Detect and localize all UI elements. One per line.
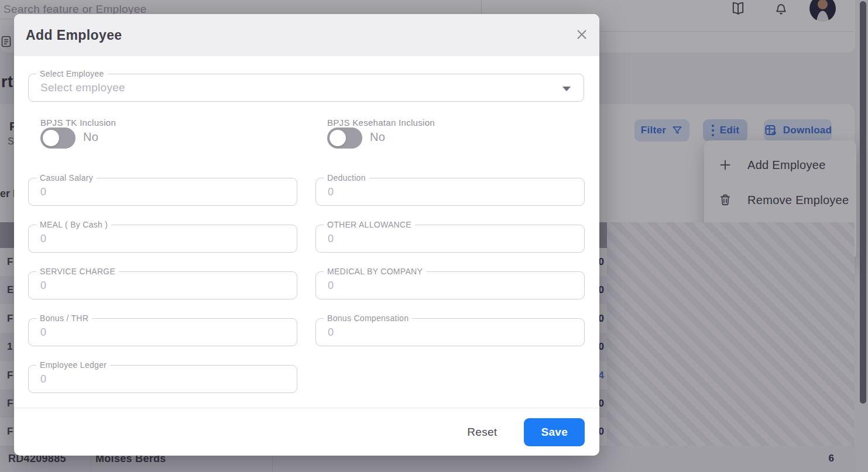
field-value: 0 — [40, 178, 46, 205]
field-value: 0 — [328, 272, 334, 299]
other-allowance-field[interactable]: OTHER ALLOWANCE 0 — [315, 225, 585, 253]
close-icon[interactable] — [574, 27, 590, 43]
deduction-field[interactable]: Deduction 0 — [315, 178, 585, 206]
dialog-title: Add Employee — [26, 27, 122, 43]
service-charge-field[interactable]: SERVICE CHARGE 0 — [28, 271, 297, 299]
add-employee-dialog: Add Employee Select Employee Select empl… — [14, 14, 599, 456]
dialog-header: Add Employee — [14, 14, 599, 56]
toggle-label: BPJS TK Inclusion — [40, 118, 116, 128]
dialog-footer: Reset Save — [14, 408, 599, 456]
field-label: Bonus Compensation — [324, 313, 412, 323]
field-value: 0 — [328, 225, 334, 252]
toggle-value: No — [370, 130, 385, 144]
reset-button[interactable]: Reset — [467, 426, 497, 439]
field-label: MEDICAL BY COMPANY — [324, 267, 426, 276]
bpjs-tk-toggle[interactable] — [40, 128, 76, 149]
field-label: OTHER ALLOWANCE — [324, 220, 415, 229]
save-button[interactable]: Save — [524, 418, 585, 446]
bonus-thr-field[interactable]: Bonus / THR 0 — [28, 318, 297, 346]
employee-ledger-field[interactable]: Employee Ledger 0 — [28, 365, 297, 393]
casual-salary-field[interactable]: Casual Salary 0 — [28, 178, 297, 206]
bpjs-kesehatan-toggle[interactable] — [327, 128, 362, 149]
field-label: Employee Ledger — [36, 360, 110, 370]
toggle-value: No — [83, 130, 98, 144]
field-value: 0 — [40, 272, 46, 299]
select-placeholder: Select employee — [40, 74, 125, 101]
toggle-knob — [43, 130, 59, 146]
field-value: 0 — [328, 319, 334, 346]
field-label: MEAL ( By Cash ) — [36, 220, 111, 229]
medical-by-company-field[interactable]: MEDICAL BY COMPANY 0 — [315, 271, 585, 299]
toggle-knob — [330, 130, 346, 146]
toggle-label: BPJS Kesehatan Inclusion — [327, 118, 435, 128]
select-employee-field[interactable]: Select Employee Select employee — [28, 74, 584, 102]
meal-by-cash-field[interactable]: MEAL ( By Cash ) 0 — [28, 225, 297, 253]
field-value: 0 — [40, 225, 46, 252]
field-value: 0 — [40, 319, 46, 346]
screen: P rt F S er I Filter Edit — [0, 0, 868, 472]
field-value: 0 — [328, 178, 334, 205]
chevron-down-icon — [562, 87, 571, 91]
field-value: 0 — [40, 366, 46, 392]
field-label: SERVICE CHARGE — [36, 267, 119, 276]
bonus-compensation-field[interactable]: Bonus Compensation 0 — [315, 318, 585, 346]
